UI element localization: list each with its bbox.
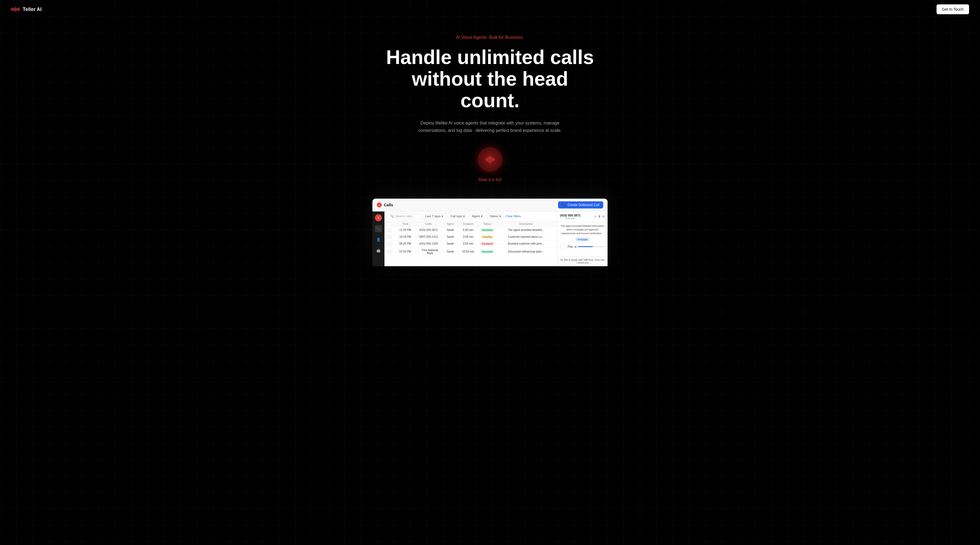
calls-badge: 1 <box>377 202 382 207</box>
logo-waveform <box>11 7 20 11</box>
voice-demo-button[interactable] <box>478 147 502 172</box>
dashboard-preview: 1 Calls 📞 Create Outbound Call 1 📞 👤 🤖 <box>372 199 608 266</box>
cell-time: 08:20 PM <box>394 242 416 245</box>
table-row[interactable]: 08:20 PM → (415) 555-1109 Sarah 3:55 min… <box>385 241 557 247</box>
col-duration: Duration <box>460 222 476 225</box>
col-status: Status <box>476 222 498 225</box>
table-row[interactable]: 07:20 PM ← First National Bank Sarah 10:… <box>385 247 557 257</box>
filters-row: 🔍 Search calls... Last 7 days ▾ Call typ… <box>385 212 557 222</box>
sidebar-calls-icon[interactable]: 📞 <box>375 225 382 232</box>
table-header: Time Caller Agent Duration Status Descri… <box>385 222 557 227</box>
dashboard-body: 1 📞 👤 🤖 🔍 Search calls... Last 7 days ▾ <box>372 212 608 266</box>
row-checkbox[interactable] <box>388 242 391 245</box>
status-badge: Resolved <box>480 250 495 253</box>
hero-title-line2: without the head count. <box>412 68 568 112</box>
detail-tag: mortgage <box>575 237 590 241</box>
table-row[interactable]: 10:18 PM ← (897) 555-1212 Sarah 3:09 min… <box>385 234 557 241</box>
dashboard-sidebar: 1 📞 👤 🤖 <box>372 212 385 266</box>
cell-agent: Sarah <box>441 228 460 231</box>
table-row[interactable]: 11:19 PM ← (415) 555-2671 Sarah 5:45 min… <box>385 227 557 234</box>
cell-caller: ← (415) 555-2671 <box>416 228 441 231</box>
detail-header: (415) 555-2671 5:45 min ⤢ ⬆ ✕ <box>557 212 608 222</box>
row-checkbox[interactable] <box>388 228 391 232</box>
call-type-filter[interactable]: Call type ▾ <box>448 213 467 220</box>
calls-table: Time Caller Agent Duration Status Descri… <box>385 222 557 266</box>
share-icon[interactable]: ⬆ <box>598 215 601 218</box>
inbound-icon: ← <box>416 229 418 231</box>
v-bar-1 <box>485 158 487 161</box>
chevron-down-icon-2: ▾ <box>463 215 465 218</box>
wave-bar-7 <box>19 8 20 10</box>
hero-tagline: AI Voice Agents. Built for Business. <box>5 35 975 40</box>
cell-time: 11:19 PM <box>394 228 416 231</box>
agent-label: Agent <box>472 215 480 218</box>
detail-body: The agent provided detailed information … <box>557 222 608 256</box>
get-in-touch-button[interactable]: Get In Touch <box>937 5 969 14</box>
cell-agent: Sarah <box>441 242 460 245</box>
sidebar-agents-icon[interactable]: 🤖 <box>375 247 382 254</box>
col-agent: Agent <box>441 222 460 225</box>
dashboard-main: 🔍 Search calls... Last 7 days ▾ Call typ… <box>385 212 557 266</box>
wave-bar-2 <box>12 7 13 11</box>
close-icon[interactable]: ✕ <box>602 215 605 218</box>
chevron-down-icon-3: ▾ <box>481 215 483 218</box>
cell-time: 10:18 PM <box>394 235 416 238</box>
cell-caller: ← First National Bank <box>416 249 441 255</box>
play-button-row: ▶ Play 🔊 <box>560 244 605 250</box>
brand-name: Teller AI <box>23 6 41 12</box>
cell-duration: 3:09 min <box>460 235 476 238</box>
status-filter[interactable]: Status ▾ <box>487 213 503 220</box>
wave-bar-4 <box>15 7 16 11</box>
cell-caller: ← (897) 555-1212 <box>416 235 441 238</box>
audio-progress-bar: 🔊 <box>574 245 605 248</box>
chat-text: Hi, this is Sarah with TalkTonic. How ca… <box>560 258 605 264</box>
phone-icon: 📞 <box>562 203 566 207</box>
dashboard-header: 1 Calls 📞 Create Outbound Call <box>372 199 608 212</box>
hero-subtitle: Deploy lifelike AI voice agents that int… <box>408 119 572 134</box>
give-try-label: Give it a try! <box>478 177 501 182</box>
cell-description: Customer inquired about cu... <box>498 235 554 238</box>
status-badge: Resolved <box>480 228 495 232</box>
v-bar-4 <box>490 156 490 163</box>
audio-progress-fill <box>578 246 593 247</box>
logo: Teller AI <box>11 6 41 12</box>
play-label: Play <box>568 245 573 248</box>
col-description: Description <box>498 222 554 225</box>
v-bar-3 <box>488 156 489 163</box>
hero-title: Handle unlimited calls without the head … <box>380 46 600 112</box>
agent-filter[interactable]: Agent ▾ <box>469 213 485 220</box>
audio-track <box>578 246 605 247</box>
create-outbound-button[interactable]: 📞 Create Outbound Call <box>558 201 603 209</box>
cell-description: Assisted customer with pers... <box>498 242 554 245</box>
date-range-filter[interactable]: Last 7 days ▾ <box>423 213 446 220</box>
col-caller: Caller <box>416 222 441 225</box>
status-badge: Pending <box>481 235 493 239</box>
row-checkbox[interactable] <box>388 235 391 239</box>
search-icon: 🔍 <box>390 215 394 218</box>
inbound-icon: ← <box>416 236 418 238</box>
search-box[interactable]: 🔍 Search calls... <box>388 213 420 220</box>
cell-duration: 10:54 min <box>460 250 476 253</box>
col-time: Time <box>394 222 416 225</box>
wave-bar-3 <box>14 8 14 11</box>
row-checkbox[interactable] <box>388 250 391 253</box>
status-badge: Escalated <box>480 242 495 246</box>
detail-icons: ⤢ ⬆ ✕ <box>594 215 605 218</box>
clear-filters-button[interactable]: Clear filters <box>506 215 521 218</box>
play-button[interactable]: ▶ <box>560 244 566 250</box>
cell-description: Discussed refinancing optio... <box>498 250 554 253</box>
call-type-label: Call type <box>450 215 462 218</box>
v-bar-7 <box>494 158 495 161</box>
date-range-label: Last 7 days <box>425 215 441 218</box>
sidebar-avatar: 1 <box>375 214 382 222</box>
inbound-icon: ← <box>416 250 418 253</box>
v-bar-5 <box>491 157 492 162</box>
v-bar-6 <box>492 158 493 161</box>
expand-icon[interactable]: ⤢ <box>594 215 597 218</box>
create-outbound-label: Create Outbound Call <box>568 203 600 207</box>
sidebar-users-icon[interactable]: 👤 <box>375 236 382 243</box>
cell-duration: 5:45 min <box>460 228 476 231</box>
detail-phone: (415) 555-2671 <box>560 214 581 217</box>
cell-agent: Sarah <box>441 250 460 253</box>
navbar: Teller AI Get In Touch <box>0 0 980 19</box>
